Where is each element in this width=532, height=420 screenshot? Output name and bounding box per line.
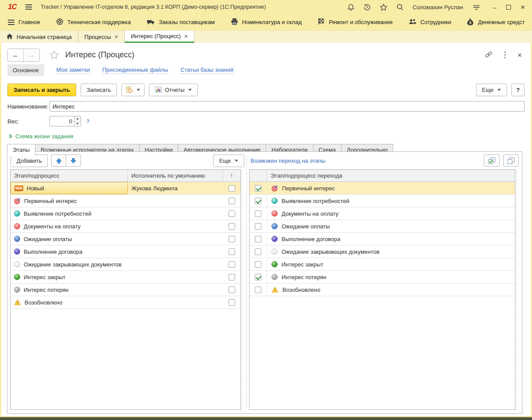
move-down-button[interactable] <box>66 154 81 167</box>
transition-row[interactable]: Интерес потерян <box>250 271 515 284</box>
minimize-button[interactable]: – <box>493 4 497 10</box>
save-button[interactable]: Записать <box>81 84 117 96</box>
save-and-close-button[interactable]: Записать и закрыть <box>7 84 76 96</box>
spinner-arrows[interactable] <box>74 116 81 126</box>
more-button[interactable]: Еще <box>476 84 507 96</box>
stage-row[interactable]: Первичный интерес <box>11 195 240 207</box>
important-checkbox[interactable] <box>229 248 235 255</box>
get-link-icon[interactable] <box>484 51 493 60</box>
stage-row[interactable]: Ожидание оплаты <box>11 233 240 245</box>
sidebar-item-supplier-orders[interactable]: Заказы поставщикам <box>139 14 223 30</box>
tab-interest-process[interactable]: Интерес (Процесс) × <box>125 31 194 43</box>
transition-row[interactable]: Первичный интерес <box>250 182 515 195</box>
transition-row[interactable]: !Возобновлено <box>250 284 515 296</box>
important-checkbox[interactable] <box>229 261 235 268</box>
weight-help-link[interactable]: ? <box>86 118 89 125</box>
sidebar-item-glavnoe[interactable]: Главное <box>0 14 48 30</box>
document-close-icon[interactable]: × <box>517 51 522 59</box>
tab-close-icon[interactable]: × <box>114 33 118 40</box>
important-checkbox[interactable] <box>229 299 235 306</box>
transition-checkbox[interactable] <box>255 287 261 293</box>
stage-row[interactable]: !Возобновлено <box>11 296 240 309</box>
document-header: ← → Интерес (Процесс) × <box>7 47 525 63</box>
important-checkbox[interactable] <box>229 198 235 204</box>
nav-item-kb-articles[interactable]: Статьи базы знаний <box>180 66 233 74</box>
tab-processes[interactable]: Процессы × <box>78 31 125 43</box>
transition-checkbox[interactable] <box>255 274 261 280</box>
favorite-star-icon[interactable] <box>49 50 59 60</box>
important-checkbox[interactable] <box>229 223 235 230</box>
name-input[interactable] <box>49 101 525 112</box>
nav-item-main[interactable]: Основное <box>7 64 44 76</box>
sidebar-item-repair[interactable]: Ремонт и обслуживание <box>310 14 401 30</box>
stages-more-button[interactable]: Еще <box>213 154 244 167</box>
current-user[interactable]: Соломахин Руслан <box>412 4 463 10</box>
nav-item-attached-files[interactable]: Присоединенные файлы <box>102 66 169 74</box>
transition-checkbox[interactable] <box>255 210 261 217</box>
tab-stages[interactable]: Этапы <box>7 144 35 156</box>
column-important[interactable]: ! <box>223 170 240 182</box>
uncheck-all-button[interactable] <box>503 154 519 167</box>
transition-checkbox[interactable] <box>255 198 261 204</box>
transition-row[interactable]: Ожидание оплаты <box>250 220 515 233</box>
sidebar-item-nomenclature[interactable]: Номенклатура и склад <box>223 14 310 30</box>
stage-row-new[interactable]: NEWНовый Жукова Людмила <box>11 182 240 195</box>
column-transition-stage[interactable]: Этап/подпроцесс перехода <box>267 170 515 182</box>
forward-button[interactable]: → <box>24 49 39 61</box>
nav-item-my-notes[interactable]: Мои заметки <box>56 66 90 74</box>
window-close-button[interactable]: × <box>521 4 525 11</box>
tab-close-icon[interactable]: × <box>184 33 188 40</box>
column-stage[interactable]: Этап/подпроцесс <box>11 170 128 182</box>
move-up-button[interactable] <box>51 154 66 167</box>
sidebar-item-employees[interactable]: Сотрудники <box>401 14 459 30</box>
reports-dropdown-button[interactable]: Отчеты <box>149 84 198 96</box>
column-checkbox <box>250 170 267 182</box>
transitions-scrollbar[interactable] <box>516 169 519 410</box>
important-checkbox[interactable] <box>229 236 235 242</box>
transition-row[interactable]: Интерес закрыт <box>250 258 515 271</box>
stage-row[interactable]: Интерес закрыт <box>11 271 240 284</box>
notifications-bell-icon[interactable] <box>347 4 355 11</box>
stage-row[interactable]: Документы на оплату <box>11 220 240 233</box>
stage-row[interactable]: Выполнение договора <box>11 245 240 258</box>
stage-name: Возобновлено <box>25 299 63 306</box>
maximize-button[interactable] <box>506 5 511 10</box>
more-actions-kebab-icon[interactable] <box>504 52 506 58</box>
panel-splitter[interactable] <box>245 154 249 410</box>
transition-checkbox[interactable] <box>255 248 261 255</box>
stage-row[interactable]: Ожидание закрывающих документов <box>11 258 240 271</box>
transition-checkbox[interactable] <box>255 185 261 192</box>
transition-row[interactable]: Выполнение договора <box>250 233 515 245</box>
important-checkbox[interactable] <box>229 210 235 217</box>
check-all-button[interactable] <box>484 154 500 167</box>
stage-row[interactable]: Выявление потребностей <box>11 207 240 220</box>
transition-row[interactable]: Выявление потребностей <box>250 195 515 207</box>
sidebar-item-tech-support[interactable]: Техническая поддержка <box>48 14 139 30</box>
important-checkbox[interactable] <box>229 287 235 293</box>
weight-stepper[interactable]: 0 <box>49 116 81 126</box>
important-checkbox[interactable] <box>229 274 235 280</box>
transition-row[interactable]: Ожидание закрывающих документов <box>250 245 515 258</box>
service-menu-icon[interactable] <box>472 4 481 10</box>
back-button[interactable]: ← <box>8 49 24 61</box>
transition-checkbox[interactable] <box>255 236 261 242</box>
spinner-down-icon[interactable] <box>74 122 81 126</box>
task-life-scheme-toggle[interactable]: Схема жизни задания <box>8 132 525 140</box>
spinner-up-icon[interactable] <box>74 116 81 122</box>
tab-home[interactable]: Начальная страница <box>0 31 78 43</box>
favorites-star-icon[interactable] <box>380 4 388 11</box>
main-menu-icon[interactable] <box>25 4 32 10</box>
transition-row[interactable]: Документы на оплату <box>250 207 515 220</box>
stage-row[interactable]: Интерес потерян <box>11 284 240 296</box>
search-icon[interactable] <box>396 4 404 11</box>
help-button[interactable]: ? <box>511 84 525 96</box>
sidebar-item-money[interactable]: $ Денежные средст <box>459 14 532 30</box>
important-checkbox[interactable] <box>229 185 235 192</box>
transition-checkbox[interactable] <box>255 261 261 268</box>
transition-checkbox[interactable] <box>255 223 261 230</box>
column-executor[interactable]: Исполнитель по умолчанию <box>128 170 223 182</box>
stages-scrollbar[interactable] <box>242 169 245 410</box>
history-icon[interactable] <box>363 4 371 11</box>
weight-value[interactable]: 0 <box>50 116 74 126</box>
create-task-dropdown-button[interactable] <box>121 84 144 96</box>
